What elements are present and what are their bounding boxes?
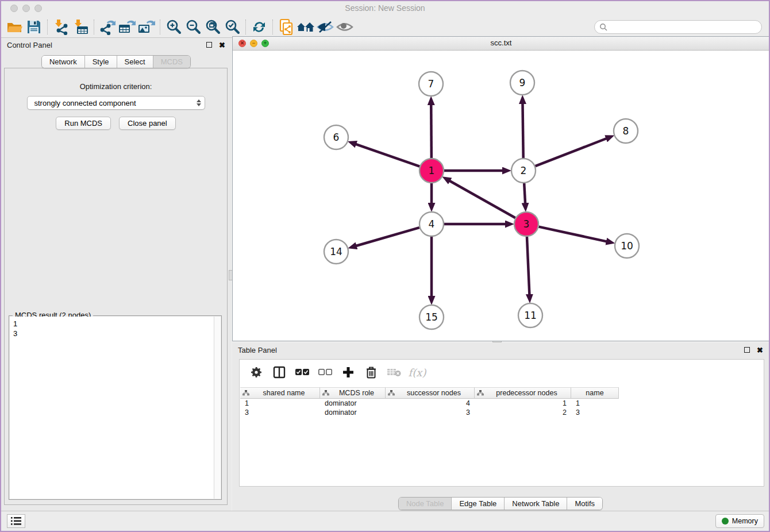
table-rows: 1dominator4113dominator323 <box>240 399 763 417</box>
import-network-icon[interactable] <box>51 18 71 36</box>
first-neighbors-icon[interactable] <box>296 18 315 36</box>
tab-network-table[interactable]: Network Table <box>505 498 567 510</box>
table-cell[interactable]: dominator <box>320 408 386 417</box>
edge-1-to-7[interactable] <box>431 105 432 158</box>
tab-select[interactable]: Select <box>117 56 153 68</box>
run-mcds-button[interactable]: Run MCDS <box>56 117 111 130</box>
column-header-successor-nodes[interactable]: successor nodes <box>386 387 475 399</box>
control-panel-title: Control Panel <box>7 41 52 49</box>
table-settings-icon[interactable] <box>249 365 264 380</box>
import-table-icon[interactable] <box>71 18 90 36</box>
result-line: 1 <box>13 319 210 329</box>
edge-2-to-9[interactable] <box>522 103 523 158</box>
table-cell[interactable]: 1 <box>571 399 619 408</box>
criterion-dropdown[interactable]: strongly connected component <box>27 96 205 110</box>
tab-network[interactable]: Network <box>42 56 85 68</box>
table-cell[interactable]: 1 <box>475 399 571 408</box>
hide-selected-icon[interactable] <box>315 18 335 36</box>
close-panel-button[interactable]: Close panel <box>119 117 176 130</box>
node-label: 8 <box>623 125 629 137</box>
edge-4-to-14[interactable] <box>356 228 419 246</box>
add-column-icon[interactable] <box>341 365 356 380</box>
zoom-out-icon[interactable] <box>183 18 203 36</box>
delete-column-icon[interactable] <box>364 365 379 380</box>
criterion-value: strongly connected component <box>34 99 197 107</box>
main-toolbar <box>1 16 769 38</box>
result-scrollbar[interactable] <box>214 317 221 499</box>
task-history-button[interactable] <box>7 514 25 528</box>
node-3[interactable]: 3 <box>514 212 538 236</box>
node-14[interactable]: 14 <box>324 240 348 264</box>
fx-label[interactable]: f(x) <box>409 367 426 379</box>
tab-mcds[interactable]: MCDS <box>153 56 190 68</box>
node-10[interactable]: 10 <box>615 234 639 258</box>
table-header-row: shared nameMCDS rolesuccessor nodesprede… <box>240 387 763 399</box>
network-canvas[interactable]: 1234678910111415 <box>233 51 769 341</box>
node-15[interactable]: 15 <box>419 305 444 329</box>
edge-2-to-3[interactable] <box>524 183 525 203</box>
node-8[interactable]: 8 <box>614 119 638 143</box>
edge-3-to-11[interactable] <box>527 237 529 295</box>
close-panel-icon[interactable]: ✖ <box>219 41 225 49</box>
node-label: 15 <box>425 311 438 323</box>
memory-button[interactable]: Memory <box>715 514 764 528</box>
export-image-icon[interactable] <box>137 18 156 36</box>
table-row: 3dominator323 <box>240 408 763 417</box>
delete-table-icon[interactable] <box>387 365 402 380</box>
memory-status-icon <box>722 518 729 525</box>
tab-style[interactable]: Style <box>85 56 117 68</box>
table-cell[interactable]: 3 <box>571 408 619 417</box>
node-label: 2 <box>521 165 527 176</box>
table-cell[interactable]: dominator <box>320 399 386 408</box>
column-header-shared-name[interactable]: shared name <box>240 387 320 399</box>
edge-1-to-6[interactable] <box>356 144 419 167</box>
column-header-MCDS-role[interactable]: MCDS role <box>320 387 386 399</box>
node-4[interactable]: 4 <box>419 212 444 236</box>
close-table-panel-icon[interactable]: ✖ <box>757 346 763 354</box>
zoom-in-icon[interactable] <box>164 18 183 36</box>
table-cell[interactable]: 3 <box>386 408 475 417</box>
tab-edge-table[interactable]: Edge Table <box>452 498 505 510</box>
node-1[interactable]: 1 <box>419 159 444 183</box>
edge-3-to-10[interactable] <box>538 227 606 242</box>
node-6[interactable]: 6 <box>324 125 348 149</box>
function-builder-icon: f(x) <box>410 365 425 380</box>
search-input[interactable] <box>608 21 761 33</box>
table-cell[interactable]: 3 <box>240 408 320 417</box>
table-panel: Table Panel ✖ <box>232 343 769 511</box>
tab-motifs[interactable]: Motifs <box>567 498 602 510</box>
column-header-name[interactable]: name <box>571 387 619 399</box>
result-line: 3 <box>13 329 210 338</box>
node-2[interactable]: 2 <box>511 159 536 183</box>
node-7[interactable]: 7 <box>419 72 443 96</box>
edge-3-to-1[interactable] <box>449 181 515 218</box>
open-session-icon[interactable] <box>5 18 24 36</box>
title-bar: Session: New Session <box>1 1 769 16</box>
status-bar: Memory <box>1 511 769 531</box>
export-table-icon[interactable] <box>117 18 137 36</box>
tab-node-table[interactable]: Node Table <box>399 498 452 510</box>
zoom-selected-icon[interactable] <box>222 18 242 36</box>
network-overview-icon[interactable] <box>276 18 296 36</box>
float-table-panel-icon[interactable] <box>744 347 750 353</box>
node-label: 4 <box>429 218 435 230</box>
hide-all-columns-icon[interactable] <box>318 365 333 380</box>
refresh-layout-icon[interactable] <box>249 18 269 36</box>
export-network-icon[interactable] <box>98 18 117 36</box>
float-panel-icon[interactable] <box>206 42 212 48</box>
show-all-icon[interactable] <box>335 18 355 36</box>
zoom-fit-icon[interactable] <box>203 18 222 36</box>
edge-2-to-8[interactable] <box>536 138 607 166</box>
table-cell[interactable]: 2 <box>475 408 571 417</box>
node-9[interactable]: 9 <box>510 71 534 95</box>
column-header-predecessor-nodes[interactable]: predecessor nodes <box>475 387 571 399</box>
show-all-columns-icon[interactable] <box>295 365 310 380</box>
network-window-titlebar[interactable]: ✕ − + scc.txt <box>233 37 769 51</box>
network-window: ✕ − + scc.txt 1234678910111415 <box>232 36 770 341</box>
column-selector-icon[interactable] <box>272 365 287 380</box>
table-cell[interactable]: 4 <box>386 399 475 408</box>
node-11[interactable]: 11 <box>518 303 542 327</box>
table-cell[interactable]: 1 <box>240 399 320 408</box>
memory-label: Memory <box>732 517 758 525</box>
save-session-icon[interactable] <box>24 18 44 36</box>
